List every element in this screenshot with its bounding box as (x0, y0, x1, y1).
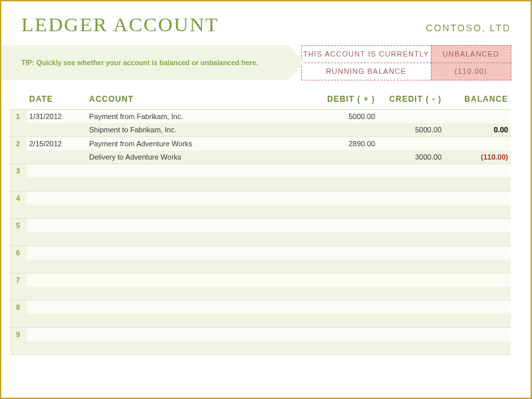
cell-empty[interactable] (27, 319, 86, 322)
cell-empty[interactable] (86, 210, 318, 213)
cell-empty[interactable] (444, 319, 511, 322)
cell-empty[interactable] (318, 279, 378, 281)
cell-empty[interactable] (378, 183, 444, 186)
table-row[interactable] (9, 205, 511, 218)
cell-debit[interactable]: 5000.00 (318, 111, 378, 122)
table-row[interactable]: 4 (9, 192, 511, 205)
cell-empty[interactable] (86, 183, 318, 186)
cell-empty[interactable] (318, 346, 378, 349)
cell-empty[interactable] (86, 333, 318, 336)
table-row[interactable]: 5 (9, 219, 511, 232)
cell-account[interactable]: Shipment to Fabrikam, Inc. (86, 124, 318, 135)
cell-empty[interactable] (27, 224, 86, 227)
cell-empty[interactable] (444, 210, 511, 213)
cell-date[interactable] (27, 156, 86, 158)
table-row[interactable]: 11/31/2012Payment from Fabrikam, Inc.500… (9, 110, 511, 123)
cell-debit[interactable]: 2890.00 (318, 138, 378, 149)
cell-date[interactable]: 1/31/2012 (27, 111, 86, 122)
cell-empty[interactable] (27, 237, 86, 240)
cell-empty[interactable] (27, 306, 86, 309)
cell-credit[interactable]: 5000.00 (378, 124, 444, 135)
table-row[interactable] (9, 178, 511, 191)
table-row[interactable]: 9 (9, 328, 511, 341)
cell-empty[interactable] (27, 197, 86, 200)
cell-empty[interactable] (27, 292, 86, 295)
table-row[interactable] (9, 287, 511, 300)
cell-empty[interactable] (318, 265, 378, 267)
cell-empty[interactable] (378, 306, 444, 309)
cell-empty[interactable] (444, 237, 511, 240)
cell-empty[interactable] (86, 170, 318, 172)
cell-credit[interactable] (378, 142, 444, 145)
cell-empty[interactable] (444, 197, 511, 200)
cell-empty[interactable] (378, 197, 444, 200)
cell-empty[interactable] (318, 197, 378, 200)
cell-empty[interactable] (444, 251, 511, 254)
cell-empty[interactable] (444, 265, 511, 267)
table-row[interactable] (9, 314, 511, 327)
table-row[interactable] (9, 341, 511, 354)
table-row[interactable]: 6 (9, 246, 511, 259)
cell-empty[interactable] (86, 306, 318, 309)
cell-credit[interactable]: 3000.00 (378, 152, 444, 162)
cell-empty[interactable] (444, 292, 511, 295)
table-row[interactable]: 3 (9, 164, 511, 178)
cell-empty[interactable] (378, 265, 444, 267)
cell-empty[interactable] (318, 170, 378, 172)
cell-empty[interactable] (444, 183, 511, 186)
cell-empty[interactable] (444, 224, 511, 227)
cell-empty[interactable] (86, 319, 318, 322)
cell-empty[interactable] (318, 319, 378, 322)
cell-empty[interactable] (86, 292, 318, 295)
cell-empty[interactable] (27, 210, 86, 213)
cell-date[interactable] (27, 128, 86, 131)
cell-empty[interactable] (86, 265, 318, 267)
cell-empty[interactable] (86, 197, 318, 200)
cell-empty[interactable] (378, 319, 444, 322)
table-row[interactable]: Delivery to Adventure Works3000.00(110.0… (9, 150, 511, 164)
cell-empty[interactable] (86, 251, 318, 254)
cell-empty[interactable] (378, 237, 444, 240)
cell-empty[interactable] (444, 170, 511, 172)
cell-empty[interactable] (378, 224, 444, 227)
cell-empty[interactable] (318, 237, 378, 240)
table-row[interactable]: Shipment to Fabrikam, Inc.5000.000.00 (9, 123, 511, 136)
cell-empty[interactable] (378, 292, 444, 295)
cell-empty[interactable] (86, 224, 318, 227)
cell-empty[interactable] (318, 333, 378, 336)
cell-empty[interactable] (27, 333, 86, 336)
cell-empty[interactable] (27, 183, 86, 186)
cell-account[interactable]: Payment from Adventure Works (86, 138, 318, 149)
table-row[interactable] (9, 232, 511, 245)
cell-empty[interactable] (318, 183, 378, 186)
table-row[interactable]: 7 (9, 273, 511, 287)
table-row[interactable]: 22/15/2012Payment from Adventure Works28… (9, 137, 511, 150)
cell-credit[interactable] (378, 115, 444, 118)
cell-empty[interactable] (27, 279, 86, 281)
cell-empty[interactable] (27, 346, 86, 349)
cell-date[interactable]: 2/15/2012 (27, 138, 86, 149)
cell-empty[interactable] (318, 210, 378, 213)
cell-empty[interactable] (378, 333, 444, 336)
table-row[interactable]: 8 (9, 301, 511, 314)
cell-empty[interactable] (27, 170, 86, 172)
cell-empty[interactable] (86, 346, 318, 349)
cell-empty[interactable] (27, 265, 86, 267)
cell-empty[interactable] (86, 279, 318, 281)
cell-debit[interactable] (318, 156, 378, 158)
cell-empty[interactable] (444, 279, 511, 281)
cell-empty[interactable] (318, 224, 378, 227)
cell-empty[interactable] (378, 210, 444, 213)
cell-empty[interactable] (318, 251, 378, 254)
cell-empty[interactable] (318, 292, 378, 295)
cell-empty[interactable] (378, 170, 444, 172)
table-row[interactable] (9, 259, 511, 273)
cell-empty[interactable] (27, 251, 86, 254)
cell-account[interactable]: Delivery to Adventure Works (86, 152, 318, 162)
cell-empty[interactable] (378, 279, 444, 281)
cell-debit[interactable] (318, 128, 378, 131)
cell-empty[interactable] (378, 346, 444, 349)
cell-empty[interactable] (86, 237, 318, 240)
cell-empty[interactable] (444, 333, 511, 336)
cell-empty[interactable] (444, 306, 511, 309)
